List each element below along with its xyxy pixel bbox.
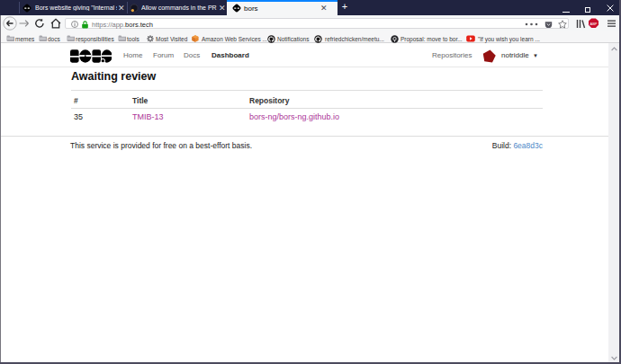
svg-text:ABP: ABP — [590, 22, 597, 26]
